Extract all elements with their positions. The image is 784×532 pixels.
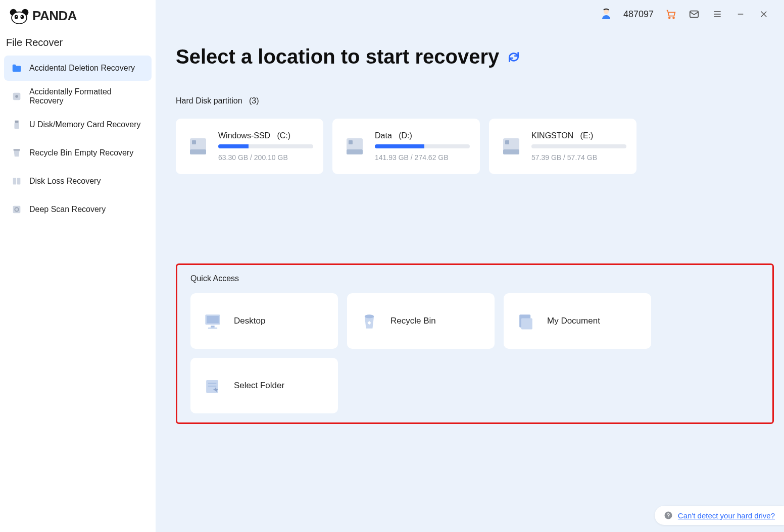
svg-point-2 [12, 12, 27, 23]
svg-rect-32 [503, 138, 519, 150]
drive-icon [342, 134, 367, 158]
refresh-icon[interactable] [507, 50, 520, 64]
minimize-icon[interactable] [734, 8, 747, 20]
sidebar-item-label: Disk Loss Recovery [29, 177, 101, 186]
quick-access-cards: DesktopRecycle BinMy DocumentSelect Fold… [190, 293, 759, 413]
page-headline: Select a location to start recovery [176, 45, 764, 68]
mail-icon[interactable] [688, 8, 700, 20]
quick-access-label: My Document [547, 316, 600, 326]
partition-card-2[interactable]: KINGSTON (E:)57.39 GB / 57.74 GB [489, 119, 636, 174]
help-pill[interactable]: ? Can't detect your hard drive? [655, 506, 784, 525]
partition-card-0[interactable]: Windows-SSD (C:)63.30 GB / 200.10 GB [176, 119, 323, 174]
quick-access-card-2[interactable]: My Document [504, 293, 651, 349]
menu-icon[interactable] [711, 8, 723, 20]
sidebar-nav: Accidental Deletion RecoveryAccidentally… [4, 56, 152, 222]
svg-rect-26 [190, 138, 206, 150]
svg-point-3 [15, 15, 18, 19]
brand-name: PANDA [32, 8, 77, 24]
partitions-heading-text: Hard Disk partition [176, 96, 242, 105]
svg-rect-12 [13, 178, 16, 185]
usage-bar [218, 144, 313, 148]
svg-point-6 [21, 16, 22, 17]
diskloss-icon [11, 176, 22, 187]
usage-bar [375, 144, 470, 148]
drive-icon [499, 134, 523, 158]
desktop-icon [202, 310, 224, 332]
panda-icon [9, 9, 29, 24]
sidebar-item-label: Deep Scan Recovery [29, 205, 106, 214]
svg-text:?: ? [667, 512, 670, 518]
folder-icon [11, 63, 22, 74]
quick-access-label: Recycle Bin [390, 316, 436, 326]
sidebar-section-title: File Recover [4, 32, 152, 56]
partition-size: 57.39 GB / 57.74 GB [531, 153, 626, 162]
svg-point-8 [15, 95, 18, 98]
svg-rect-29 [347, 138, 363, 150]
partition-size: 63.30 GB / 200.10 GB [218, 153, 313, 162]
partitions-count: (3) [249, 96, 259, 105]
sidebar-item-5[interactable]: Deep Scan Recovery [4, 197, 152, 222]
main-panel: 487097 Select a location to start recove… [156, 0, 784, 532]
help-icon: ? [664, 511, 673, 520]
svg-point-5 [16, 16, 17, 17]
svg-rect-30 [347, 149, 363, 154]
cart-icon[interactable] [665, 8, 677, 20]
sidebar: PANDA File Recover Accidental Deletion R… [0, 0, 156, 532]
usage-bar [531, 144, 626, 148]
quick-access-heading: Quick Access [190, 274, 759, 283]
svg-rect-41 [521, 318, 532, 330]
svg-rect-28 [192, 140, 196, 144]
svg-rect-13 [17, 178, 20, 185]
svg-point-17 [669, 17, 670, 19]
sidebar-item-4[interactable]: Disk Loss Recovery [4, 169, 152, 194]
partition-card-1[interactable]: Data (D:)141.93 GB / 274.62 GB [332, 119, 480, 174]
document-icon [515, 310, 537, 332]
svg-rect-27 [190, 149, 206, 154]
sidebar-item-label: Recycle Bin Empty Recovery [29, 148, 133, 157]
deepscan-icon [11, 204, 22, 215]
recyclebin-icon [358, 310, 380, 332]
quick-access-card-1[interactable]: Recycle Bin [347, 293, 495, 349]
svg-rect-44 [208, 386, 217, 387]
svg-point-18 [673, 17, 674, 19]
quick-access-label: Select Folder [234, 381, 284, 391]
sidebar-item-2[interactable]: U Disk/Memory Card Recovery [4, 112, 152, 137]
svg-rect-33 [503, 149, 519, 154]
svg-rect-14 [13, 206, 21, 214]
svg-rect-36 [207, 316, 219, 324]
svg-rect-9 [15, 121, 18, 123]
sidebar-item-label: U Disk/Memory Card Recovery [29, 120, 140, 129]
sidebar-item-3[interactable]: Recycle Bin Empty Recovery [4, 140, 152, 166]
partition-name: KINGSTON (E:) [531, 131, 626, 140]
svg-rect-10 [14, 123, 19, 129]
quick-access-label: Desktop [234, 316, 265, 326]
user-id: 487097 [623, 9, 654, 20]
partition-name: Windows-SSD (C:) [218, 131, 313, 140]
format-icon [11, 91, 22, 102]
avatar-icon[interactable] [600, 8, 612, 20]
quick-access-card-0[interactable]: Desktop [190, 293, 338, 349]
topbar: 487097 [586, 0, 784, 28]
app-window: PANDA File Recover Accidental Deletion R… [0, 0, 784, 532]
help-link[interactable]: Can't detect your hard drive? [678, 511, 775, 520]
svg-rect-11 [14, 149, 20, 151]
partitions-heading: Hard Disk partition (3) [176, 96, 764, 105]
bin-icon [11, 147, 22, 158]
svg-rect-37 [211, 326, 214, 328]
partition-name: Data (D:) [375, 131, 470, 140]
sidebar-item-label: Accidentally Formatted Recovery [29, 87, 144, 105]
close-icon[interactable] [758, 8, 770, 20]
usb-icon [11, 119, 22, 130]
svg-point-4 [21, 15, 24, 19]
headline-text: Select a location to start recovery [176, 45, 499, 68]
sidebar-item-0[interactable]: Accidental Deletion Recovery [4, 56, 152, 81]
sidebar-item-1[interactable]: Accidentally Formatted Recovery [4, 84, 152, 109]
svg-rect-38 [208, 328, 217, 329]
quick-access-card-3[interactable]: Select Folder [190, 358, 338, 413]
partition-size: 141.93 GB / 274.62 GB [375, 153, 470, 162]
drive-icon [186, 134, 210, 158]
svg-rect-43 [208, 383, 217, 384]
brand-logo: PANDA [4, 6, 152, 32]
sidebar-item-label: Accidental Deletion Recovery [29, 64, 135, 73]
quick-access-box: Quick Access DesktopRecycle BinMy Docume… [176, 263, 774, 424]
